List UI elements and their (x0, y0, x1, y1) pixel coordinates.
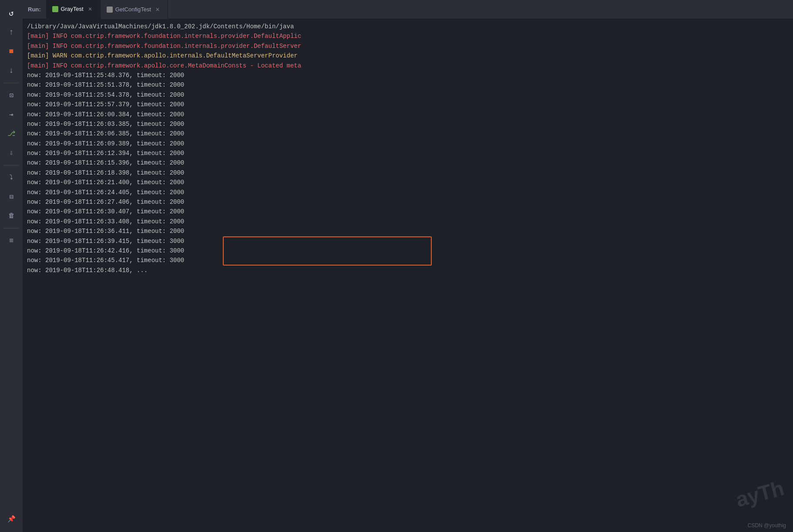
sidebar: ↺ ↑ ■ ↓ ⊡ ⇥ ⎇ ⇩ ⤵ ⊟ 🗑 ≡ 📌 (0, 0, 23, 532)
tab-label-gray-test: GrayTest (61, 6, 84, 12)
tab-close-gray-test[interactable]: ✕ (86, 5, 94, 13)
console-line: [main] INFO com.ctrip.framework.foundati… (27, 31, 793, 41)
main-content: Run: GrayTest ✕ GetConfigTest ✕ /Library… (23, 0, 793, 532)
console-line: now: 2019-09-18T11:26:27.406, timeout: 2… (27, 197, 793, 207)
console-line: now: 2019-09-18T11:26:33.408, timeout: 2… (27, 217, 793, 226)
console-line: now: 2019-09-18T11:26:36.411, timeout: 2… (27, 226, 793, 236)
tab-gray-test[interactable]: GrayTest ✕ (46, 0, 101, 19)
csdn-credit: CSDN @youthig (748, 522, 786, 529)
run-label: Run: (23, 6, 46, 13)
import-button[interactable]: ⤵ (2, 169, 21, 186)
tab-close-get-config-test[interactable]: ✕ (154, 6, 161, 13)
console-line: [main] INFO com.ctrip.framework.foundati… (27, 41, 793, 51)
tab-label-get-config-test: GetConfigTest (115, 6, 151, 13)
console-line: now: 2019-09-18T11:25:57.379, timeout: 2… (27, 100, 793, 109)
console-line: now: 2019-09-18T11:26:12.394, timeout: 2… (27, 148, 793, 158)
console-line: now: 2019-09-18T11:26:03.385, timeout: 2… (27, 119, 793, 129)
console-line: now: 2019-09-18T11:26:24.405, timeout: 2… (27, 188, 793, 197)
console-area[interactable]: /Library/Java/JavaVirtualMachines/jdk1.8… (23, 19, 793, 532)
tab-icon-gray-test (52, 6, 58, 12)
divider-2 (3, 165, 19, 165)
scroll-up-button[interactable]: ↑ (2, 24, 21, 41)
console-line: now: 2019-09-18T11:26:48.418, ... (27, 266, 793, 275)
console-line: now: 2019-09-18T11:25:48.376, timeout: 2… (27, 71, 793, 80)
screenshot-button[interactable]: ⊡ (2, 87, 21, 104)
settings-button[interactable]: ≡ (2, 232, 21, 249)
console-line: now: 2019-09-18T11:26:00.384, timeout: 2… (27, 110, 793, 119)
divider-3 (3, 228, 19, 229)
divider-1 (3, 83, 19, 83)
tabs-bar: Run: GrayTest ✕ GetConfigTest ✕ (23, 0, 793, 19)
stop-button[interactable]: ■ (2, 43, 21, 60)
print-button[interactable]: ⊟ (2, 188, 21, 205)
console-line: now: 2019-09-18T11:26:09.389, timeout: 2… (27, 139, 793, 148)
tab-get-config-test[interactable]: GetConfigTest ✕ (101, 0, 168, 19)
console-line: [main] WARN com.ctrip.framework.apollo.i… (27, 51, 793, 61)
delete-button[interactable]: 🗑 (2, 207, 21, 225)
scroll-down-button[interactable]: ↓ (2, 62, 21, 79)
console-line: now: 2019-09-18T11:25:51.378, timeout: 2… (27, 80, 793, 90)
console-line: now: 2019-09-18T11:26:06.385, timeout: 2… (27, 129, 793, 138)
highlighted-console-line: now: 2019-09-18T11:26:39.415, timeout: 3… (27, 236, 793, 246)
console-line: now: 2019-09-18T11:26:21.400, timeout: 2… (27, 178, 793, 187)
console-line: now: 2019-09-18T11:26:18.398, timeout: 2… (27, 168, 793, 178)
rerun-button[interactable]: ↺ (2, 4, 21, 22)
watermark: ayTh (733, 476, 786, 512)
filter-button[interactable]: ⇩ (2, 144, 21, 162)
highlighted-console-line: now: 2019-09-18T11:26:42.416, timeout: 3… (27, 246, 793, 256)
console-line: now: 2019-09-18T11:26:15.396, timeout: 2… (27, 158, 793, 168)
highlighted-console-line: now: 2019-09-18T11:26:45.417, timeout: 3… (27, 256, 793, 265)
wrap-button[interactable]: ⇥ (2, 106, 21, 123)
pin-button[interactable]: 📌 (2, 510, 21, 528)
sidebar-buttons: ↺ ↑ ■ ↓ ⊡ ⇥ ⎇ ⇩ ⤵ ⊟ 🗑 ≡ (0, 3, 23, 250)
console-line: [main] INFO com.ctrip.framework.apollo.c… (27, 61, 793, 71)
console-line: /Library/Java/JavaVirtualMachines/jdk1.8… (27, 22, 793, 31)
branch-button[interactable]: ⎇ (2, 125, 21, 142)
console-line: now: 2019-09-18T11:26:30.407, timeout: 2… (27, 207, 793, 216)
tab-icon-get-config-test (107, 7, 113, 13)
console-line: now: 2019-09-18T11:25:54.378, timeout: 2… (27, 90, 793, 100)
